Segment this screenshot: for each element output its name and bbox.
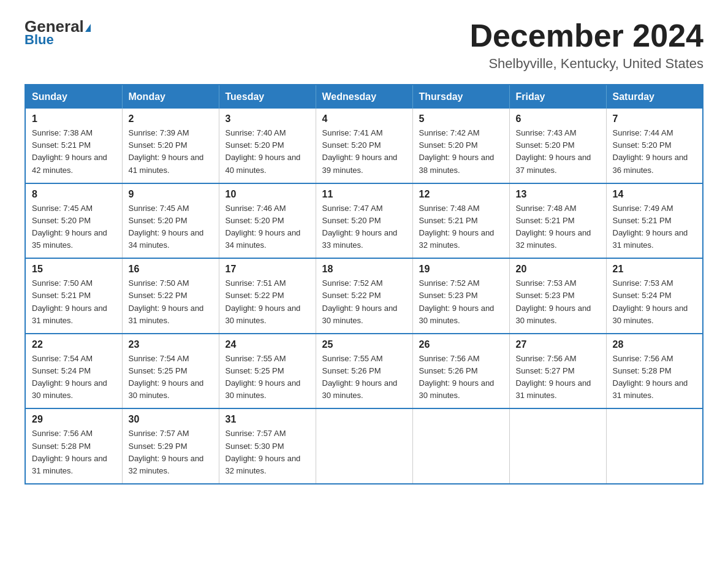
day-number: 16	[129, 264, 213, 275]
day-number: 26	[419, 339, 503, 350]
day-number: 8	[32, 189, 116, 200]
calendar-cell: 10Sunrise: 7:46 AMSunset: 5:20 PMDayligh…	[219, 183, 316, 259]
calendar-cell: 11Sunrise: 7:47 AMSunset: 5:20 PMDayligh…	[316, 183, 412, 259]
calendar-cell: 15Sunrise: 7:50 AMSunset: 5:21 PMDayligh…	[25, 258, 122, 334]
calendar-cell: 24Sunrise: 7:55 AMSunset: 5:25 PMDayligh…	[219, 334, 316, 409]
calendar-cell: 18Sunrise: 7:52 AMSunset: 5:22 PMDayligh…	[316, 258, 412, 334]
day-info: Sunrise: 7:51 AMSunset: 5:22 PMDaylight:…	[226, 277, 309, 327]
title-area: December 2024 Shelbyville, Kentucky, Uni…	[469, 18, 703, 72]
day-number: 15	[32, 264, 116, 275]
page-subtitle: Shelbyville, Kentucky, United States	[469, 56, 703, 72]
day-number: 12	[419, 189, 503, 200]
day-info: Sunrise: 7:54 AMSunset: 5:25 PMDaylight:…	[129, 353, 213, 402]
calendar-cell: 7Sunrise: 7:44 AMSunset: 5:20 PMDaylight…	[606, 109, 703, 183]
day-info: Sunrise: 7:57 AMSunset: 5:30 PMDaylight:…	[226, 427, 309, 477]
day-number: 18	[322, 264, 406, 275]
day-info: Sunrise: 7:43 AMSunset: 5:20 PMDaylight:…	[516, 127, 600, 177]
day-info: Sunrise: 7:40 AMSunset: 5:20 PMDaylight:…	[226, 127, 309, 177]
day-info: Sunrise: 7:55 AMSunset: 5:25 PMDaylight:…	[226, 353, 309, 402]
calendar-table: SundayMondayTuesdayWednesdayThursdayFrid…	[25, 84, 703, 484]
calendar-cell: 8Sunrise: 7:45 AMSunset: 5:20 PMDaylight…	[25, 183, 122, 259]
day-number: 4	[322, 113, 406, 124]
day-info: Sunrise: 7:50 AMSunset: 5:21 PMDaylight:…	[32, 277, 116, 327]
calendar-cell: 14Sunrise: 7:49 AMSunset: 5:21 PMDayligh…	[606, 183, 703, 259]
day-info: Sunrise: 7:39 AMSunset: 5:20 PMDaylight:…	[129, 127, 213, 177]
day-number: 28	[613, 339, 697, 350]
week-row-4: 22Sunrise: 7:54 AMSunset: 5:24 PMDayligh…	[25, 334, 703, 409]
calendar-cell: 19Sunrise: 7:52 AMSunset: 5:23 PMDayligh…	[412, 258, 509, 334]
weekday-header-tuesday: Tuesday	[219, 85, 316, 109]
day-number: 11	[322, 189, 406, 200]
day-info: Sunrise: 7:53 AMSunset: 5:23 PMDaylight:…	[516, 277, 600, 327]
day-number: 24	[226, 339, 309, 350]
day-number: 2	[129, 113, 213, 124]
weekday-header-thursday: Thursday	[412, 85, 509, 109]
calendar-cell: 5Sunrise: 7:42 AMSunset: 5:20 PMDaylight…	[412, 109, 509, 183]
day-number: 21	[613, 264, 697, 275]
calendar-cell: 31Sunrise: 7:57 AMSunset: 5:30 PMDayligh…	[219, 408, 316, 484]
day-number: 20	[516, 264, 600, 275]
day-number: 29	[32, 414, 116, 425]
day-info: Sunrise: 7:46 AMSunset: 5:20 PMDaylight:…	[226, 202, 309, 252]
calendar-cell: 2Sunrise: 7:39 AMSunset: 5:20 PMDaylight…	[122, 109, 219, 183]
calendar-cell	[606, 408, 703, 484]
calendar-cell: 1Sunrise: 7:38 AMSunset: 5:21 PMDaylight…	[25, 109, 122, 183]
day-info: Sunrise: 7:57 AMSunset: 5:29 PMDaylight:…	[129, 427, 213, 477]
day-info: Sunrise: 7:48 AMSunset: 5:21 PMDaylight:…	[419, 202, 503, 252]
day-number: 5	[419, 113, 503, 124]
day-number: 9	[129, 189, 213, 200]
day-info: Sunrise: 7:44 AMSunset: 5:20 PMDaylight:…	[613, 127, 697, 177]
calendar-cell: 28Sunrise: 7:56 AMSunset: 5:28 PMDayligh…	[606, 334, 703, 409]
day-number: 14	[613, 189, 697, 200]
calendar-cell	[509, 408, 606, 484]
day-info: Sunrise: 7:48 AMSunset: 5:21 PMDaylight:…	[516, 202, 600, 252]
calendar-cell: 20Sunrise: 7:53 AMSunset: 5:23 PMDayligh…	[509, 258, 606, 334]
day-number: 27	[516, 339, 600, 350]
day-info: Sunrise: 7:56 AMSunset: 5:27 PMDaylight:…	[516, 353, 600, 402]
calendar-cell: 16Sunrise: 7:50 AMSunset: 5:22 PMDayligh…	[122, 258, 219, 334]
week-row-2: 8Sunrise: 7:45 AMSunset: 5:20 PMDaylight…	[25, 183, 703, 259]
day-number: 22	[32, 339, 116, 350]
day-number: 31	[226, 414, 309, 425]
day-info: Sunrise: 7:45 AMSunset: 5:20 PMDaylight:…	[129, 202, 213, 252]
weekday-header-wednesday: Wednesday	[316, 85, 412, 109]
day-info: Sunrise: 7:47 AMSunset: 5:20 PMDaylight:…	[322, 202, 406, 252]
day-info: Sunrise: 7:56 AMSunset: 5:28 PMDaylight:…	[32, 427, 116, 477]
calendar-cell: 29Sunrise: 7:56 AMSunset: 5:28 PMDayligh…	[25, 408, 122, 484]
day-info: Sunrise: 7:38 AMSunset: 5:21 PMDaylight:…	[32, 127, 116, 177]
day-number: 7	[613, 113, 697, 124]
week-row-3: 15Sunrise: 7:50 AMSunset: 5:21 PMDayligh…	[25, 258, 703, 334]
logo: General Blue	[25, 18, 91, 48]
day-info: Sunrise: 7:50 AMSunset: 5:22 PMDaylight:…	[129, 277, 213, 327]
day-info: Sunrise: 7:42 AMSunset: 5:20 PMDaylight:…	[419, 127, 503, 177]
calendar-cell: 27Sunrise: 7:56 AMSunset: 5:27 PMDayligh…	[509, 334, 606, 409]
day-number: 13	[516, 189, 600, 200]
week-row-1: 1Sunrise: 7:38 AMSunset: 5:21 PMDaylight…	[25, 109, 703, 183]
week-row-5: 29Sunrise: 7:56 AMSunset: 5:28 PMDayligh…	[25, 408, 703, 484]
day-number: 25	[322, 339, 406, 350]
page-header: General Blue December 2024 Shelbyville, …	[25, 18, 703, 72]
day-info: Sunrise: 7:52 AMSunset: 5:22 PMDaylight:…	[322, 277, 406, 327]
page-title: December 2024	[469, 18, 703, 53]
day-info: Sunrise: 7:56 AMSunset: 5:28 PMDaylight:…	[613, 353, 697, 402]
calendar-cell: 12Sunrise: 7:48 AMSunset: 5:21 PMDayligh…	[412, 183, 509, 259]
day-info: Sunrise: 7:53 AMSunset: 5:24 PMDaylight:…	[613, 277, 697, 327]
day-number: 17	[226, 264, 309, 275]
calendar-cell: 4Sunrise: 7:41 AMSunset: 5:20 PMDaylight…	[316, 109, 412, 183]
day-info: Sunrise: 7:56 AMSunset: 5:26 PMDaylight:…	[419, 353, 503, 402]
calendar-cell	[412, 408, 509, 484]
calendar-cell: 26Sunrise: 7:56 AMSunset: 5:26 PMDayligh…	[412, 334, 509, 409]
day-number: 6	[516, 113, 600, 124]
day-number: 19	[419, 264, 503, 275]
day-info: Sunrise: 7:54 AMSunset: 5:24 PMDaylight:…	[32, 353, 116, 402]
day-number: 10	[226, 189, 309, 200]
weekday-header-sunday: Sunday	[25, 85, 122, 109]
calendar-cell: 30Sunrise: 7:57 AMSunset: 5:29 PMDayligh…	[122, 408, 219, 484]
weekday-header-monday: Monday	[122, 85, 219, 109]
calendar-cell: 22Sunrise: 7:54 AMSunset: 5:24 PMDayligh…	[25, 334, 122, 409]
day-info: Sunrise: 7:49 AMSunset: 5:21 PMDaylight:…	[613, 202, 697, 252]
day-number: 30	[129, 414, 213, 425]
weekday-header-row: SundayMondayTuesdayWednesdayThursdayFrid…	[25, 85, 703, 109]
calendar-cell: 25Sunrise: 7:55 AMSunset: 5:26 PMDayligh…	[316, 334, 412, 409]
calendar-cell	[316, 408, 412, 484]
